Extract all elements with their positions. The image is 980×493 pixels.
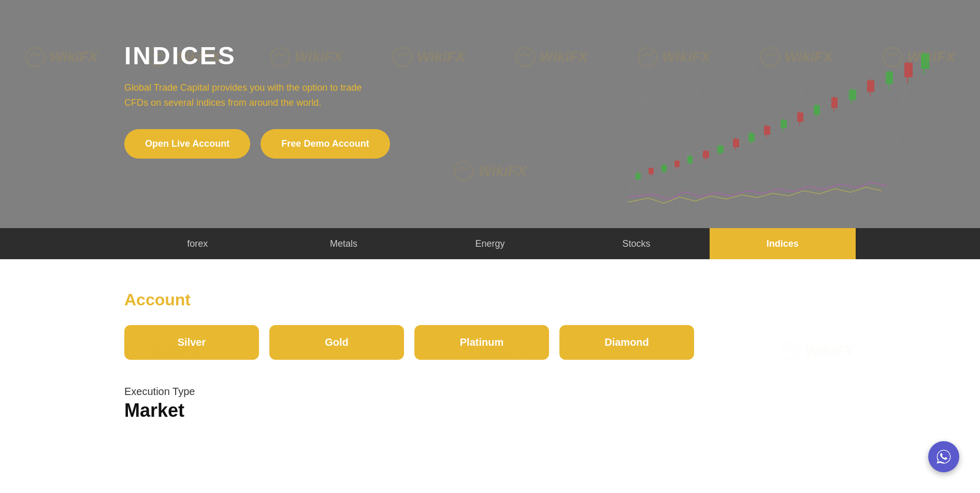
watermark-item: WikiFX <box>433 145 547 197</box>
account-gold-button[interactable]: Gold <box>269 325 404 360</box>
hero-buttons: Open Live Account Free Demo Account <box>124 129 390 159</box>
svg-point-8 <box>454 162 473 180</box>
svg-rect-35 <box>733 139 739 147</box>
svg-line-10 <box>628 104 928 166</box>
hero-title: INDICES <box>124 41 390 70</box>
svg-line-17 <box>783 41 809 202</box>
svg-line-18 <box>835 41 861 202</box>
tab-energy[interactable]: Energy <box>417 228 563 259</box>
svg-rect-45 <box>814 105 820 115</box>
tab-stocks[interactable]: Stocks <box>563 228 709 259</box>
svg-rect-43 <box>797 112 803 122</box>
svg-rect-23 <box>648 168 654 174</box>
account-diamond-button[interactable]: Diamond <box>559 325 694 360</box>
svg-rect-51 <box>867 80 874 92</box>
svg-rect-29 <box>687 156 693 163</box>
chat-button[interactable] <box>928 441 959 472</box>
svg-line-9 <box>628 124 928 187</box>
free-demo-account-button[interactable]: Free Demo Account <box>261 129 390 159</box>
hero-subtitle: Global Trade Capital provides you with t… <box>124 80 383 110</box>
svg-rect-25 <box>661 165 667 172</box>
tab-forex[interactable]: forex <box>124 228 270 259</box>
svg-rect-31 <box>703 151 709 158</box>
account-platinum-button[interactable]: Platinum <box>414 325 549 360</box>
account-silver-button[interactable]: Silver <box>124 325 259 360</box>
svg-rect-41 <box>781 120 787 128</box>
svg-rect-39 <box>764 126 770 135</box>
svg-rect-53 <box>886 72 893 84</box>
svg-point-3 <box>393 48 412 66</box>
execution-section: Execution Type Market <box>124 386 856 421</box>
hero-section: WikiFX WikiFX WikiFX WikiFX WikiFX WikiF… <box>0 0 980 228</box>
svg-line-11 <box>628 83 928 145</box>
nav-tabs: forex Metals Energy Stocks Indices <box>0 228 980 259</box>
svg-rect-57 <box>921 53 929 69</box>
svg-line-13 <box>628 41 928 104</box>
hero-content: INDICES Global Trade Capital provides yo… <box>124 41 390 159</box>
svg-rect-33 <box>717 146 724 153</box>
tab-indices[interactable]: Indices <box>710 228 856 259</box>
content-section: WikiFX WikiFX WikiFX Account Silver Gold… <box>0 259 980 442</box>
svg-rect-21 <box>636 173 641 179</box>
hero-chart <box>576 21 939 218</box>
execution-type-value: Market <box>124 400 856 421</box>
svg-line-12 <box>628 62 928 124</box>
open-live-account-button[interactable]: Open Live Account <box>124 129 250 159</box>
tab-metals[interactable]: Metals <box>270 228 416 259</box>
svg-point-4 <box>516 48 535 66</box>
chat-icon <box>935 448 952 465</box>
svg-line-16 <box>731 41 757 202</box>
execution-type-label: Execution Type <box>124 386 856 398</box>
svg-rect-37 <box>748 133 755 142</box>
svg-line-15 <box>680 41 705 202</box>
account-section-title: Account <box>124 290 856 309</box>
svg-point-0 <box>26 48 45 66</box>
svg-rect-47 <box>831 97 838 108</box>
account-buttons-group: Silver Gold Platinum Diamond <box>124 325 856 360</box>
watermark-item: WikiFX <box>4 31 119 83</box>
svg-rect-49 <box>849 90 856 100</box>
svg-rect-55 <box>904 63 913 77</box>
svg-rect-27 <box>674 161 680 167</box>
